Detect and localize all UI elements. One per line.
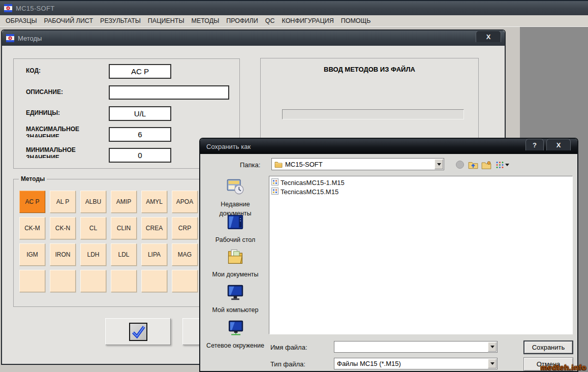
file-name: TecnicasMC15-1.M15: [281, 179, 345, 187]
confirm-button[interactable]: [105, 318, 171, 345]
methods-group-title: Методы: [19, 175, 47, 182]
save-dialog-title: Сохранить как: [206, 143, 251, 150]
method-button-albu[interactable]: ALBU: [80, 191, 106, 213]
method-button-empty[interactable]: [111, 270, 137, 292]
import-panel-title: ВВОД МЕТОДОВ ИЗ ФАЙЛА: [261, 66, 478, 73]
watermark: medteh.info: [541, 363, 587, 371]
sidebar-item-my-computer[interactable]: Мой компьютер: [204, 284, 266, 314]
back-disabled-icon: [454, 160, 466, 170]
views-icon[interactable]: [494, 160, 505, 170]
min-value-label: МИНИМАЛЬНОЕ ЗНАЧЕНИЕ: [26, 146, 76, 158]
method-button-ckn[interactable]: CK-N: [50, 217, 76, 239]
import-progress-bar: [282, 109, 464, 119]
units-field[interactable]: U/L: [109, 106, 171, 121]
methods-button-grid: AC P AL P ALBU AMIP AMYL APOA CK-M CK-N …: [19, 191, 198, 292]
method-button-empty[interactable]: [172, 270, 198, 292]
units-label: ЕДИНИЦЫ:: [26, 109, 60, 117]
max-value-label: МАКСИМАЛЬНОЕ ЗНАЧЕНИЕ: [26, 126, 79, 137]
method-button-acp[interactable]: AC P: [19, 191, 45, 213]
method-button-igm[interactable]: IGM: [19, 243, 45, 266]
folder-icon: [274, 161, 283, 168]
sidebar-item-label: Сетевое окружение: [206, 342, 264, 349]
views-dropdown-arrow-icon[interactable]: [504, 160, 510, 170]
network-icon: [204, 320, 266, 339]
file-type-icon: [271, 178, 278, 187]
up-folder-icon[interactable]: [468, 160, 479, 170]
method-button-clin[interactable]: CLIN: [111, 217, 137, 239]
method-button-empty[interactable]: [19, 270, 45, 292]
method-button-apoa[interactable]: APOA: [172, 191, 198, 213]
desktop-icon: [204, 214, 266, 233]
folder-combobox[interactable]: MC15-SOFT: [271, 158, 444, 170]
screen: MC15-SOFT ОБРАЗЦЫ РАБОЧИЙ ЛИСТ РЕЗУЛЬТАТ…: [0, 0, 588, 372]
dropdown-arrow-icon[interactable]: [488, 359, 497, 368]
new-folder-icon[interactable]: [481, 160, 492, 170]
methods-window-title: Методы: [18, 35, 42, 42]
method-button-crea[interactable]: CREA: [141, 217, 167, 239]
dropdown-arrow-icon[interactable]: [488, 342, 497, 352]
menu-item-qc[interactable]: QC: [262, 17, 278, 24]
folder-label: Папка:: [240, 161, 260, 169]
file-row[interactable]: TecnicasMC15-1.M15: [271, 178, 572, 187]
sidebar-item-label: Мои документы: [212, 271, 258, 278]
min-value-field[interactable]: 0: [109, 148, 171, 163]
method-button-ldl[interactable]: LDL: [111, 243, 137, 266]
filetype-value: Файлы MC15 (*.M15): [334, 360, 401, 367]
menu-item-worklist[interactable]: РАБОЧИЙ ЛИСТ: [41, 17, 97, 24]
dropdown-arrow-icon[interactable]: [435, 159, 443, 169]
save-button[interactable]: Сохранить: [523, 340, 573, 354]
max-value-field[interactable]: 6: [109, 127, 171, 142]
filename-label: Имя файла:: [270, 344, 307, 351]
filetype-combobox[interactable]: Файлы MC15 (*.M15): [334, 358, 498, 369]
method-button-amyl[interactable]: AMYL: [141, 191, 167, 213]
method-button-crp[interactable]: CRP: [172, 217, 198, 239]
save-as-dialog: Сохранить как ? X Папка: MC15-SOFT: [199, 138, 578, 372]
menu-item-patients[interactable]: ПАЦИЕНТЫ: [144, 17, 188, 24]
menu-item-profiles[interactable]: ПРОФИЛИ: [223, 17, 261, 24]
method-button-empty[interactable]: [50, 270, 76, 292]
method-button-empty[interactable]: [80, 270, 106, 292]
methods-window-titlebar: Методы X: [2, 30, 505, 46]
menu-item-results[interactable]: РЕЗУЛЬТАТЫ: [97, 17, 144, 24]
method-button-lipa[interactable]: LIPA: [141, 243, 167, 266]
file-type-icon: [271, 188, 278, 196]
save-dialog-titlebar: Сохранить как: [200, 139, 577, 154]
sidebar-item-recent-documents[interactable]: Недавние документы: [204, 178, 266, 218]
sidebar-item-label: Мой компьютер: [212, 306, 259, 314]
description-label: ОПИСАНИЕ:: [26, 88, 63, 96]
close-icon[interactable]: X: [476, 30, 501, 42]
menu-item-help[interactable]: ПОМОЩЬ: [337, 17, 375, 24]
filename-combobox[interactable]: [334, 341, 498, 353]
code-label: КОД:: [26, 67, 41, 75]
sidebar-item-label: Рабочий стол: [215, 236, 255, 243]
menu-item-methods[interactable]: МЕТОДЫ: [188, 17, 223, 24]
method-button-ldh[interactable]: LDH: [80, 243, 106, 266]
close-icon[interactable]: X: [546, 139, 571, 150]
code-field[interactable]: AC P: [109, 64, 171, 79]
method-button-cl[interactable]: CL: [80, 217, 106, 239]
menu-item-samples[interactable]: ОБРАЗЦЫ: [2, 17, 41, 24]
filetype-label: Тип файла:: [270, 360, 305, 368]
file-list[interactable]: TecnicasMC15-1.M15 TecnicasMC15.M15: [269, 176, 573, 334]
method-button-alp[interactable]: AL P: [50, 191, 76, 213]
sidebar-item-desktop[interactable]: Рабочий стол: [204, 214, 266, 244]
method-button-iron[interactable]: IRON: [50, 243, 76, 266]
description-field[interactable]: [109, 85, 229, 100]
sidebar-item-my-documents[interactable]: Мои документы: [204, 249, 266, 278]
method-button-empty[interactable]: [141, 270, 167, 292]
help-icon[interactable]: ?: [525, 139, 544, 150]
menu-item-configuration[interactable]: КОНФИГУРАЦИЯ: [278, 17, 337, 24]
app-title: MC15-SOFT: [16, 5, 54, 12]
recent-documents-icon: [204, 178, 266, 198]
method-button-amip[interactable]: AMIP: [111, 191, 137, 213]
sidebar-item-network[interactable]: Сетевое окружение: [204, 320, 266, 350]
my-documents-icon: [204, 249, 266, 268]
folder-combobox-value: MC15-SOFT: [283, 161, 323, 168]
app-logo-icon: [6, 34, 14, 42]
app-titlebar: MC15-SOFT: [0, 0, 588, 15]
method-button-ckm[interactable]: CK-M: [19, 217, 45, 239]
checkmark-icon: [129, 323, 147, 341]
method-button-mag[interactable]: MAG: [172, 243, 198, 266]
my-computer-icon: [204, 284, 266, 303]
file-row[interactable]: TecnicasMC15.M15: [271, 187, 572, 196]
